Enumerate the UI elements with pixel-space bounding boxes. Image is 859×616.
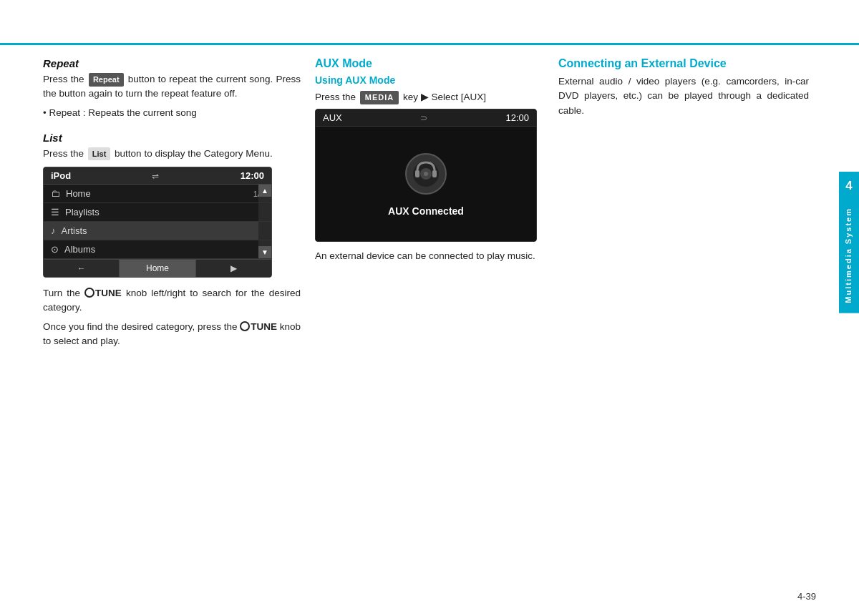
repeat-bullet: • Repeat : Repeats the current song xyxy=(43,106,301,120)
list-section: List Press the List button to display th… xyxy=(43,132,301,348)
home-footer-button[interactable]: Home xyxy=(120,260,195,277)
list-title: List xyxy=(43,132,301,144)
home-label: Home xyxy=(66,188,253,199)
connecting-body: External audio / video players (e.g. cam… xyxy=(558,74,809,118)
top-accent-line xyxy=(0,43,859,45)
right-column: Connecting an External Device External a… xyxy=(558,57,816,587)
turn-tune-text: Turn the TUNE knob left/right to search … xyxy=(43,286,301,316)
usb-icon: ⇌ xyxy=(152,171,159,181)
left-column: Repeat Press the Repeat button to repeat… xyxy=(43,57,315,587)
playlists-icon: ☰ xyxy=(51,207,59,217)
scroll-down-button[interactable]: ▼ xyxy=(258,246,271,258)
aux-screen: AUX ⊃ 12:00 AUX Connected xyxy=(315,109,537,242)
external-device-text: An external device can be connected to p… xyxy=(315,249,544,263)
scroll-up-button[interactable]: ▲ xyxy=(258,185,271,197)
ipod-row-playlists[interactable]: ☰ Playlists xyxy=(44,203,271,222)
ipod-row-artists[interactable]: ♪ Artists xyxy=(44,222,271,240)
middle-column: AUX Mode Using AUX Mode Press the MEDIA … xyxy=(315,57,558,587)
aux-time: 12:00 xyxy=(505,112,529,123)
ipod-row-home[interactable]: 🗀 Home 1/3 ▲ xyxy=(44,185,271,203)
albums-label: Albums xyxy=(64,244,264,255)
tune-label-2: TUNE xyxy=(251,321,277,332)
repeat-button-label: Repeat xyxy=(89,73,124,87)
aux-title: AUX xyxy=(323,112,342,123)
repeat-section: Repeat Press the Repeat button to repeat… xyxy=(43,57,301,120)
chapter-label: Multimedia System xyxy=(839,197,859,313)
repeat-body: Press the Repeat button to repeat the cu… xyxy=(43,72,301,102)
ipod-time: 12:00 xyxy=(241,170,264,181)
aux-body: AUX Connected xyxy=(316,127,536,241)
ipod-title: iPod xyxy=(51,170,71,181)
aux-connected-label: AUX Connected xyxy=(388,205,464,217)
list-body: Press the List button to display the Cat… xyxy=(43,147,301,161)
list-button-label: List xyxy=(88,147,111,161)
forward-button[interactable]: ▶ xyxy=(196,260,271,277)
playlists-label: Playlists xyxy=(65,207,264,217)
aux-mode-title: AUX Mode xyxy=(315,57,544,70)
svg-rect-5 xyxy=(432,170,437,177)
once-tune-text: Once you find the desired category, pres… xyxy=(43,320,301,349)
repeat-title: Repeat xyxy=(43,57,301,69)
ipod-header: iPod ⇌ 12:00 xyxy=(44,167,271,185)
albums-icon: ⊙ xyxy=(51,244,59,255)
connecting-title: Connecting an External Device xyxy=(558,57,809,70)
ipod-footer: ← Home ▶ xyxy=(44,259,271,277)
tune-knob-icon xyxy=(84,288,94,298)
svg-point-3 xyxy=(424,172,428,176)
ipod-row-albums[interactable]: ⊙ Albums ▼ xyxy=(44,240,271,259)
artists-icon: ♪ xyxy=(51,225,56,236)
main-content: Repeat Press the Repeat button to repeat… xyxy=(43,57,816,587)
back-button[interactable]: ← xyxy=(44,260,120,277)
artists-label: Artists xyxy=(62,225,265,236)
ipod-body: 🗀 Home 1/3 ▲ ☰ Playlists xyxy=(44,185,271,259)
chapter-number: 4 xyxy=(839,172,859,200)
tune-label-1: TUNE xyxy=(95,288,122,298)
aux-header: AUX ⊃ 12:00 xyxy=(316,109,536,127)
disc-icon xyxy=(403,151,449,197)
using-aux-subtitle: Using AUX Mode xyxy=(315,74,544,86)
home-folder-icon: 🗀 xyxy=(51,188,60,199)
using-aux-body: Press the MEDIA key ▶ Select [AUX] xyxy=(315,90,544,104)
ipod-screen: iPod ⇌ 12:00 🗀 Home 1/3 ▲ xyxy=(43,167,272,278)
tune-knob-icon-2 xyxy=(240,321,250,331)
aux-signal-icon: ⊃ xyxy=(420,113,427,123)
media-button-label: MEDIA xyxy=(360,91,399,104)
svg-rect-4 xyxy=(415,170,419,177)
page-number: 4-39 xyxy=(797,591,816,602)
